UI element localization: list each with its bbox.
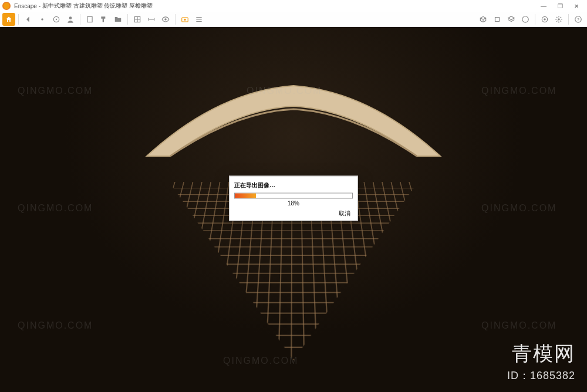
maximize-button[interactable]: ❐ — [552, 0, 568, 12]
home-button[interactable] — [2, 13, 15, 26]
progress-percent: 18% — [234, 200, 353, 207]
progress-fill — [235, 194, 256, 198]
progress-bar — [234, 193, 353, 199]
help-icon: ? — [574, 15, 582, 23]
help-button[interactable]: ? — [572, 13, 585, 26]
person-button[interactable] — [64, 13, 77, 26]
title-bar: Enscape - 新中式雕塑 古建筑雕塑 传统雕塑 屋檐雕塑 — ❐ ✕ — [0, 0, 587, 12]
plan-icon — [133, 15, 141, 23]
svg-point-10 — [522, 16, 529, 22]
target-icon — [52, 15, 60, 23]
svg-rect-9 — [495, 17, 500, 21]
package-button[interactable] — [477, 13, 490, 26]
enscape-app-icon — [2, 2, 11, 10]
rendered-roof — [141, 80, 446, 162]
dimension-icon — [147, 15, 156, 23]
view-button[interactable] — [159, 13, 172, 26]
target-button[interactable] — [50, 13, 63, 26]
settings-gear-icon — [555, 15, 563, 23]
document-title: 新中式雕塑 古建筑雕塑 传统雕塑 屋檐雕塑 — [42, 2, 153, 10]
settings-button[interactable] — [552, 13, 565, 26]
minimize-button[interactable]: — — [535, 0, 552, 12]
toolbar: ? — [0, 12, 587, 27]
folder-icon — [114, 15, 122, 23]
snapshot-icon — [181, 15, 189, 23]
folder-button[interactable] — [112, 13, 124, 26]
brand-id: ID：1685382 — [507, 369, 575, 383]
svg-point-2 — [56, 18, 57, 19]
cube-icon — [493, 15, 501, 23]
title-separator: - — [37, 3, 42, 9]
svg-point-12 — [544, 18, 546, 21]
layers-button[interactable] — [505, 13, 518, 26]
paint-button[interactable] — [97, 13, 110, 26]
building-icon — [86, 15, 94, 23]
material-icon — [541, 15, 549, 23]
menu-icon — [195, 15, 203, 23]
paint-icon — [100, 15, 108, 23]
svg-point-6 — [164, 18, 167, 21]
svg-point-3 — [69, 16, 72, 19]
snapshot-button[interactable] — [178, 13, 191, 26]
nav-back-button[interactable] — [22, 13, 35, 26]
window-controls: — ❐ ✕ — [535, 0, 585, 12]
home-icon — [5, 16, 12, 23]
dialog-title: 正在导出图像… — [234, 181, 353, 190]
close-button[interactable]: ✕ — [568, 0, 585, 12]
app-name: Enscape — [14, 3, 37, 9]
svg-point-13 — [558, 18, 560, 21]
bullet-button[interactable] — [36, 13, 49, 26]
svg-text:?: ? — [577, 17, 579, 21]
palette-icon — [521, 15, 529, 23]
palette-button[interactable] — [519, 13, 532, 26]
person-icon — [66, 15, 75, 23]
svg-rect-4 — [87, 16, 92, 22]
svg-point-0 — [41, 18, 43, 21]
cube-button[interactable] — [491, 13, 504, 26]
brand-name: 青模网 — [512, 340, 575, 367]
building-button[interactable] — [83, 13, 96, 26]
material-button[interactable] — [538, 13, 551, 26]
plan-button[interactable] — [131, 13, 144, 26]
cancel-button[interactable]: 取消 — [336, 209, 353, 218]
app-window: Enscape - 新中式雕塑 古建筑雕塑 传统雕塑 屋檐雕塑 — ❐ ✕ — [0, 0, 587, 392]
bullet-icon — [38, 15, 46, 23]
render-viewport[interactable]: QINGMO.COM QINGMO.COM QINGMO.COM QINGMO.… — [0, 27, 587, 392]
svg-point-8 — [184, 18, 186, 20]
package-icon — [479, 15, 487, 23]
nav-back-icon — [24, 15, 32, 23]
menu-button[interactable] — [193, 13, 205, 26]
export-progress-dialog: 正在导出图像… 18% 取消 — [229, 176, 358, 221]
dimension-button[interactable] — [145, 13, 158, 26]
view-icon — [161, 15, 170, 23]
layers-icon — [507, 15, 515, 23]
